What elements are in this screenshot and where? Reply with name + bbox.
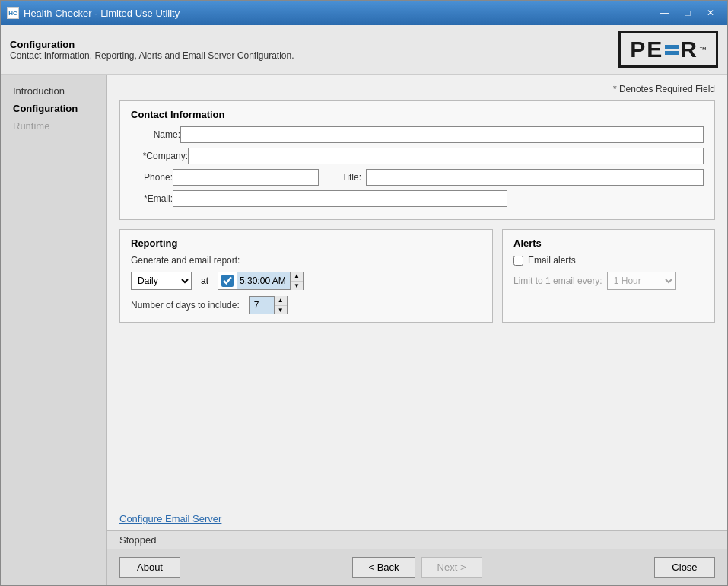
close-window-button[interactable]: ✕ bbox=[700, 5, 721, 21]
sidebar-item-introduction[interactable]: Introduction bbox=[1, 82, 106, 100]
peer-logo: PE R ™ bbox=[618, 31, 718, 68]
contact-section-title: Contact Information bbox=[131, 109, 704, 120]
time-spin-up[interactable]: ▲ bbox=[291, 272, 303, 282]
time-input-group: 5:30:00 AM ▲ ▼ bbox=[218, 272, 304, 290]
reporting-title: Reporting bbox=[131, 237, 482, 249]
name-input[interactable] bbox=[180, 126, 704, 143]
sidebar-item-runtime: Runtime bbox=[1, 117, 106, 135]
email-alerts-checkbox[interactable] bbox=[513, 256, 523, 266]
time-spin-down[interactable]: ▼ bbox=[291, 282, 303, 291]
next-button[interactable]: Next > bbox=[421, 557, 482, 578]
time-checkbox[interactable] bbox=[221, 275, 234, 287]
time-spin-buttons: ▲ ▼ bbox=[290, 272, 303, 290]
header-bar: Configuration Contact Information, Repor… bbox=[1, 25, 727, 75]
alerts-section: Alerts Email alerts Limit to 1 email eve… bbox=[502, 229, 715, 323]
close-button[interactable]: Close bbox=[654, 557, 715, 578]
at-label: at bbox=[201, 275, 208, 286]
email-input[interactable] bbox=[173, 190, 507, 207]
sidebar-item-configuration[interactable]: Configuration bbox=[1, 100, 106, 117]
days-spin-down[interactable]: ▼ bbox=[275, 306, 287, 315]
limit-select[interactable]: 1 Hour 2 Hours 4 Hours 8 Hours 24 Hours bbox=[607, 272, 676, 290]
phone-input[interactable] bbox=[173, 169, 319, 186]
company-input[interactable] bbox=[188, 148, 704, 164]
logo-tm: ™ bbox=[699, 46, 707, 54]
minimize-button[interactable]: — bbox=[654, 5, 676, 21]
bottom-center-buttons: < Back Next > bbox=[352, 557, 482, 578]
section-description: Contact Information, Reporting, Alerts a… bbox=[10, 50, 294, 61]
name-row: Name: bbox=[131, 126, 704, 143]
days-row: Number of days to include: 7 ▲ ▼ bbox=[131, 296, 482, 314]
company-label: *Company: bbox=[131, 151, 188, 161]
back-button[interactable]: < Back bbox=[352, 557, 415, 578]
contact-information-section: Contact Information Name: *Company: Phon… bbox=[119, 100, 715, 220]
title-bar-left: HC Health Checker - Limited Use Utility bbox=[7, 7, 180, 19]
configure-email-server-link[interactable]: Configure Email Server bbox=[119, 513, 221, 524]
days-spin-buttons: ▲ ▼ bbox=[274, 296, 287, 314]
form-section: * Denotes Required Field Contact Informa… bbox=[107, 75, 727, 513]
limit-label: Limit to 1 email every: bbox=[513, 275, 602, 286]
main-window: HC Health Checker - Limited Use Utility … bbox=[0, 0, 728, 586]
logo-lines bbox=[665, 45, 679, 55]
title-label: Title: bbox=[331, 172, 361, 183]
name-label: Name: bbox=[131, 129, 180, 140]
maximize-button[interactable]: □ bbox=[677, 5, 698, 21]
section-heading: Configuration bbox=[10, 39, 294, 50]
alerts-title: Alerts bbox=[513, 237, 704, 249]
days-value: 7 bbox=[250, 297, 274, 314]
title-bar: HC Health Checker - Limited Use Utility … bbox=[1, 1, 727, 25]
email-label: *Email: bbox=[131, 193, 173, 204]
time-value: 5:30:00 AM bbox=[237, 272, 290, 289]
logo-text-2: R bbox=[680, 37, 698, 62]
phone-title-row: Phone: Title: bbox=[131, 169, 704, 186]
reporting-section: Reporting Generate and email report: Dai… bbox=[119, 229, 493, 323]
days-label: Number of days to include: bbox=[131, 300, 240, 311]
generate-label: Generate and email report: bbox=[131, 255, 240, 266]
email-alerts-row: Email alerts bbox=[513, 255, 704, 266]
email-alerts-label: Email alerts bbox=[528, 255, 576, 266]
days-input-group: 7 ▲ ▼ bbox=[249, 296, 288, 314]
limit-row: Limit to 1 email every: 1 Hour 2 Hours 4… bbox=[513, 272, 704, 290]
generate-report-row: Generate and email report: bbox=[131, 255, 482, 266]
sidebar: Introduction Configuration Runtime bbox=[1, 75, 107, 585]
content-area: * Denotes Required Field Contact Informa… bbox=[107, 75, 727, 585]
logo-text: PE bbox=[630, 37, 663, 62]
days-spin-up[interactable]: ▲ bbox=[275, 296, 287, 306]
frequency-select[interactable]: Daily Weekly Monthly bbox=[131, 272, 192, 290]
main-content: Introduction Configuration Runtime * Den… bbox=[1, 75, 727, 585]
status-text: Stopped bbox=[119, 534, 156, 546]
frequency-row: Daily Weekly Monthly at 5:30:00 AM ▲ bbox=[131, 272, 482, 290]
app-icon: HC bbox=[7, 7, 19, 19]
header-text: Configuration Contact Information, Repor… bbox=[10, 39, 294, 61]
reporting-alerts-container: Reporting Generate and email report: Dai… bbox=[119, 229, 715, 323]
required-note: * Denotes Required Field bbox=[119, 84, 715, 94]
phone-label: Phone: bbox=[131, 172, 173, 183]
email-row: *Email: bbox=[131, 190, 704, 207]
bottom-bar: About < Back Next > Close bbox=[107, 549, 727, 585]
status-bar: Stopped bbox=[107, 530, 727, 549]
about-button[interactable]: About bbox=[119, 557, 180, 578]
window-title: Health Checker - Limited Use Utility bbox=[24, 8, 180, 19]
configure-section: Configure Email Server bbox=[107, 513, 727, 530]
title-input[interactable] bbox=[366, 169, 704, 186]
window-controls: — □ ✕ bbox=[654, 5, 721, 21]
company-row: *Company: bbox=[131, 148, 704, 164]
